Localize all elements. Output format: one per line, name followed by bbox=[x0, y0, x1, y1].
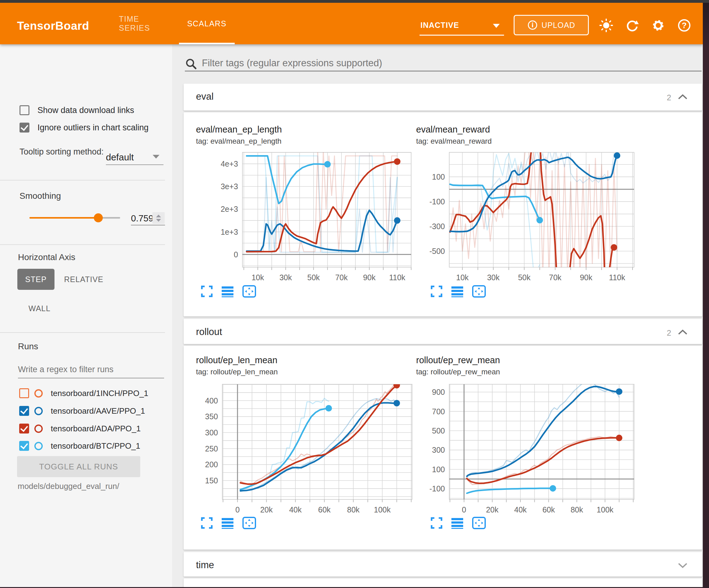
chart-title: eval/mean_ep_length bbox=[196, 125, 282, 135]
run-row[interactable]: tensorboard/ADA/PPO_1 bbox=[19, 422, 141, 435]
svg-text:250: 250 bbox=[205, 444, 218, 453]
svg-text:30k: 30k bbox=[279, 273, 292, 282]
toggle-all-runs-button[interactable]: TOGGLE ALL RUNS bbox=[17, 456, 140, 477]
spinner-up-icon[interactable] bbox=[156, 214, 161, 218]
info-icon bbox=[527, 20, 538, 30]
svg-text:60k: 60k bbox=[318, 505, 331, 514]
runs-filter-input[interactable]: Write a regex to filter runs bbox=[18, 365, 114, 374]
chart-tag: tag: rollout/ep_rew_mean bbox=[416, 367, 500, 376]
svg-text:30k: 30k bbox=[487, 273, 500, 282]
svg-text:100k: 100k bbox=[597, 505, 614, 514]
svg-text:-500: -500 bbox=[429, 247, 445, 255]
svg-text:40k: 40k bbox=[514, 505, 527, 514]
run-checkbox[interactable] bbox=[19, 406, 29, 416]
expand-chevron-icon[interactable] bbox=[677, 562, 688, 570]
fullscreen-icon[interactable] bbox=[430, 517, 443, 529]
run-checkbox[interactable] bbox=[19, 441, 29, 451]
svg-text:80k: 80k bbox=[347, 505, 360, 514]
svg-text:110k: 110k bbox=[389, 273, 405, 282]
chart-rollout-ep-len-mean[interactable]: 020k40k60k80k100k150200250300350400 bbox=[190, 376, 419, 531]
horizontal-axis-label: Horizontal Axis bbox=[18, 252, 75, 262]
runs-selector-icon[interactable] bbox=[451, 517, 464, 529]
section-count: 2 bbox=[667, 328, 671, 338]
fit-domain-icon[interactable] bbox=[242, 285, 256, 298]
filter-tags-underline bbox=[185, 71, 702, 72]
checkbox-label: Ignore outliers in chart scaling bbox=[37, 123, 149, 132]
fullscreen-icon[interactable] bbox=[201, 517, 213, 529]
svg-text:400: 400 bbox=[205, 397, 218, 405]
smoothing-slider-track-active[interactable] bbox=[29, 217, 98, 219]
filter-tags-input[interactable]: Filter tags (regular expressions support… bbox=[202, 58, 382, 69]
dropdown-caret-icon[interactable] bbox=[493, 24, 500, 28]
run-row[interactable]: tensorboard/BTC/PPO_1 bbox=[19, 439, 140, 453]
chart-rollout-ep-rew-mean[interactable]: 020k40k60k80k100k-100100300500700900 bbox=[426, 376, 642, 531]
axis-step-button[interactable]: STEP bbox=[17, 269, 54, 290]
refresh-icon[interactable] bbox=[624, 17, 640, 34]
chart-title: eval/mean_reward bbox=[416, 125, 490, 135]
run-color-circle bbox=[34, 442, 43, 450]
section-header-eval[interactable]: eval 2 bbox=[184, 84, 702, 110]
svg-text:100k: 100k bbox=[374, 505, 391, 514]
svg-text:900: 900 bbox=[432, 388, 445, 397]
svg-text:?: ? bbox=[682, 21, 687, 30]
spinner-down-icon[interactable] bbox=[156, 219, 161, 222]
select-underline bbox=[106, 164, 163, 165]
settings-gear-icon[interactable] bbox=[650, 17, 666, 34]
tab-time-series[interactable]: TIME SERIES bbox=[119, 3, 172, 44]
chart-actions bbox=[430, 516, 486, 530]
ignore-outliers-row[interactable]: Ignore outliers in chart scaling bbox=[20, 123, 149, 132]
runs-selector-icon[interactable] bbox=[221, 517, 234, 529]
svg-text:100: 100 bbox=[432, 465, 445, 474]
smoothing-input-underline bbox=[131, 225, 165, 225]
run-checkbox[interactable] bbox=[19, 424, 29, 434]
upload-button[interactable]: UPLOAD bbox=[514, 15, 589, 35]
section-count: 2 bbox=[667, 93, 671, 102]
svg-text:100: 100 bbox=[432, 173, 445, 181]
fullscreen-icon[interactable] bbox=[201, 285, 213, 298]
tooltip-sorting-label: Tooltip sorting method: bbox=[20, 147, 106, 157]
section-header-rollout[interactable]: rollout 2 bbox=[184, 319, 702, 344]
tab-scalars[interactable]: SCALARS bbox=[179, 3, 235, 44]
axis-relative-button[interactable]: RELATIVE bbox=[64, 269, 103, 290]
show-data-download-links-row[interactable]: Show data download links bbox=[20, 105, 134, 115]
smoothing-spinner[interactable] bbox=[152, 212, 165, 224]
chart-title: rollout/ep_len_mean bbox=[196, 355, 278, 365]
smoothing-label: Smoothing bbox=[20, 191, 61, 201]
show-data-download-links-checkbox[interactable] bbox=[20, 105, 29, 115]
collapse-chevron-icon[interactable] bbox=[677, 329, 688, 337]
run-checkbox[interactable] bbox=[19, 388, 29, 398]
run-row[interactable]: tensorboard/AAVE/PPO_1 bbox=[19, 404, 145, 418]
runs-selector-icon[interactable] bbox=[451, 285, 464, 298]
svg-text:-100: -100 bbox=[429, 484, 445, 493]
chart-eval-mean-ep-length[interactable]: 10k30k50k70k90k110k01e+32e+33e+34e+3 bbox=[190, 146, 419, 300]
svg-text:0: 0 bbox=[235, 505, 240, 514]
section-header-next bbox=[184, 579, 702, 588]
smoothing-value-input[interactable]: 0.759 bbox=[131, 213, 154, 224]
divider bbox=[0, 244, 165, 245]
smoothing-slider-thumb[interactable] bbox=[94, 213, 103, 222]
svg-text:1e+3: 1e+3 bbox=[221, 228, 238, 236]
help-icon[interactable]: ? bbox=[676, 17, 692, 34]
ignore-outliers-checkbox[interactable] bbox=[20, 123, 29, 132]
fit-domain-icon[interactable] bbox=[242, 516, 256, 530]
brightness-icon[interactable] bbox=[598, 17, 614, 34]
tooltip-sorting-select[interactable]: default bbox=[106, 152, 134, 162]
runs-directory-path: models/debugged_eval_run/ bbox=[18, 482, 119, 491]
select-caret-icon[interactable] bbox=[153, 155, 159, 158]
fit-domain-icon[interactable] bbox=[472, 516, 486, 530]
svg-text:110k: 110k bbox=[609, 273, 625, 282]
run-row[interactable]: tensorboard/1INCH/PPO_1 bbox=[19, 386, 148, 400]
chart-actions bbox=[201, 285, 256, 298]
fit-domain-icon[interactable] bbox=[472, 285, 486, 298]
fullscreen-icon[interactable] bbox=[430, 285, 443, 298]
svg-text:20k: 20k bbox=[486, 505, 499, 514]
svg-text:700: 700 bbox=[432, 407, 445, 416]
status-dropdown[interactable]: INACTIVE bbox=[420, 21, 459, 30]
runs-selector-icon[interactable] bbox=[221, 285, 234, 298]
section-header-time[interactable]: time bbox=[184, 552, 702, 577]
chart-eval-mean-reward[interactable]: 10k30k50k70k90k110k100-100-300-500 bbox=[426, 146, 642, 300]
axis-wall-button[interactable]: WALL bbox=[28, 298, 50, 319]
chart-tag: tag: eval/mean_ep_length bbox=[196, 137, 282, 146]
collapse-chevron-icon[interactable] bbox=[677, 94, 688, 102]
svg-text:3e+3: 3e+3 bbox=[221, 182, 238, 191]
